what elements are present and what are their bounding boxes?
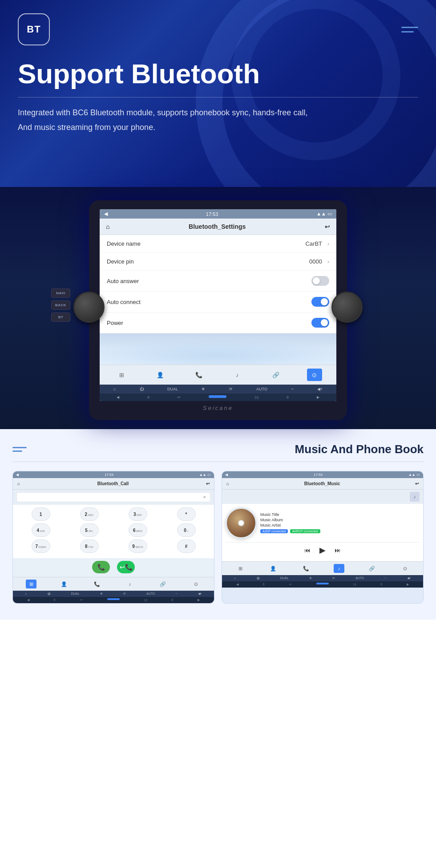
device-name-row[interactable]: Device name CarBT › <box>100 235 336 253</box>
home-icon[interactable]: ⌂ <box>106 223 109 230</box>
music-nav-phone[interactable]: 📞 <box>301 564 311 573</box>
page-title: Support Bluetooth <box>18 59 418 89</box>
device-pin-label: Device pin <box>107 258 134 265</box>
call-back-icon[interactable]: ◀ <box>16 473 19 477</box>
call-nav-grid[interactable]: ⊞ <box>26 580 36 588</box>
music-nav-camera[interactable]: ⊙ <box>400 564 410 573</box>
call-home-icon[interactable]: ⌂ <box>17 481 20 486</box>
key-8[interactable]: 8 TUV <box>80 539 99 553</box>
music-title-text: Music Title <box>260 512 420 517</box>
key-0[interactable]: 0 + <box>177 523 196 537</box>
music-time: 17:53 <box>314 473 323 477</box>
call-power[interactable]: ⏻ <box>48 592 51 596</box>
status-icons: ▲▲ ▭ <box>316 211 332 217</box>
call-search-box[interactable]: ✕ <box>16 492 210 502</box>
nav-phone-icon[interactable]: 📞 <box>191 369 206 381</box>
key-star[interactable]: * <box>177 507 196 521</box>
back-button[interactable]: BACK <box>51 300 70 310</box>
auto-answer-toggle[interactable] <box>311 276 329 286</box>
mic-icon[interactable]: ↩ <box>178 395 181 399</box>
music-nav-link[interactable]: 🔗 <box>367 564 377 573</box>
key-6[interactable]: 6 MNO <box>129 523 147 537</box>
call-header: ⌂ Bluetooth_Call ↩ <box>13 478 214 490</box>
call-nav-link[interactable]: 🔗 <box>157 580 168 588</box>
music-nav-person[interactable]: 👤 <box>268 564 279 573</box>
auto-answer-row: Auto answer <box>100 271 336 292</box>
music-power[interactable]: ⏻ <box>257 576 260 580</box>
call-button[interactable]: 📞 <box>92 561 110 573</box>
nav-link-icon[interactable]: 🔗 <box>268 369 283 381</box>
settings-header: ⌂ Bluetooth_Settings ↩ <box>100 219 336 235</box>
menu-button[interactable] <box>401 27 418 32</box>
call-title: Bluetooth_Call <box>97 481 129 486</box>
music-back-icon[interactable]: ◀ <box>225 473 228 477</box>
recycle-icon[interactable]: ⟳ <box>229 387 233 391</box>
volume-icon[interactable]: ◀+ <box>317 387 323 391</box>
right-knob[interactable] <box>331 292 363 323</box>
music-return-icon[interactable]: ↩ <box>415 481 419 486</box>
call-nav-person[interactable]: 👤 <box>59 580 69 588</box>
music-controls: ⏮ ▶ ⏭ <box>226 542 420 558</box>
redial-button[interactable]: ↩📞 <box>117 561 135 573</box>
fan-icon[interactable]: ~ <box>291 387 293 391</box>
call-nav-phone[interactable]: 📞 <box>92 580 102 588</box>
music-nav-music[interactable]: ♪ <box>334 564 344 573</box>
chevron-icon2: › <box>327 259 329 265</box>
call-nav-music[interactable]: ♪ <box>125 580 135 588</box>
music-artist-text: Music Artist <box>260 523 420 527</box>
next-button[interactable]: ⏭ <box>335 547 341 554</box>
key-5[interactable]: 5 JKL <box>80 523 99 537</box>
key-3[interactable]: 3 DEF <box>129 507 147 521</box>
key-7[interactable]: 7 PQRS <box>32 539 50 553</box>
nav-grid-icon[interactable]: ⊞ <box>114 369 129 381</box>
music-icon-area: ♪ <box>222 490 423 504</box>
key-1[interactable]: 1 <box>32 507 50 521</box>
prev-button[interactable]: ⏮ <box>304 547 311 554</box>
music-nav-grid[interactable]: ⊞ <box>235 564 246 573</box>
music-home-sys[interactable]: ⌂ <box>234 576 236 580</box>
nav-person-icon[interactable]: 👤 <box>153 369 168 381</box>
auto-connect-toggle[interactable] <box>311 297 329 307</box>
power-toggle[interactable] <box>311 318 329 328</box>
play-button[interactable]: ▶ <box>319 545 326 555</box>
call-nav-bar: ⊞ 👤 📞 ♪ 🔗 ⊙ <box>13 577 214 591</box>
forward-ctrl[interactable]: ▶ <box>317 395 319 399</box>
home-sys-icon[interactable]: ⌂ <box>113 387 116 391</box>
header-divider <box>18 97 418 97</box>
features-menu-icon[interactable] <box>12 447 27 452</box>
music-note-icon[interactable]: ♪ <box>410 492 420 502</box>
device-pin-row[interactable]: Device pin 0000 › <box>100 253 336 271</box>
key-hash[interactable]: # <box>177 539 196 553</box>
auto-connect-row: Auto connect <box>100 292 336 312</box>
clear-icon[interactable]: ✕ <box>203 495 206 499</box>
power-sys-icon[interactable]: ⏻ <box>140 387 144 391</box>
main-screen: ◀ 17:53 ▲▲ ▭ ⌂ Bluetooth_Settings ↩ Devi… <box>100 209 336 401</box>
music-ctrl-bar: ◀ 0 ↩ ▷| 0 ▶ <box>222 581 423 588</box>
navi-button[interactable]: NAVI <box>51 288 70 298</box>
car-background: NAVI BACK BT ◀ 17:53 ▲▲ ▭ ⌂ Bluetoot <box>0 187 436 429</box>
power-label: Power <box>107 320 123 326</box>
music-home-icon[interactable]: ⌂ <box>226 481 229 486</box>
return-icon[interactable]: ↩ <box>325 223 330 230</box>
left-knob[interactable] <box>73 292 105 323</box>
nav-camera-icon[interactable]: ⊙ <box>307 369 322 381</box>
call-nav-camera[interactable]: ⊙ <box>190 580 201 588</box>
snowflake-icon[interactable]: ❄ <box>202 387 205 391</box>
call-home-sys[interactable]: ⌂ <box>25 592 27 596</box>
bottom-controls: ◀ 0 ↩ ▷| 0 ▶ <box>100 393 336 401</box>
device-name-value: CarBT <box>305 240 322 247</box>
key-2[interactable]: 2 ABC <box>80 507 99 521</box>
call-ctrl-bar: ◀ 0 ↩ ▷| 0 ▶ <box>13 597 214 603</box>
key-9[interactable]: 9 WXYZ <box>129 539 147 553</box>
keypad: 1 2 ABC 3 DEF * 4 GHI 5 JKL 6 MNO 0 + 7 … <box>13 505 214 558</box>
bt-button[interactable]: BT <box>51 312 70 322</box>
temp-right-icon[interactable]: ▷| <box>255 395 258 399</box>
back-arrow-icon[interactable]: ◀ <box>104 211 108 217</box>
music-info-row: Music Title Music Album Music Artist A2D… <box>226 507 420 539</box>
nav-music-icon[interactable]: ♪ <box>230 369 245 381</box>
back-ctrl[interactable]: ◀ <box>117 395 119 399</box>
car-display-section: NAVI BACK BT ◀ 17:53 ▲▲ ▭ ⌂ Bluetoot <box>0 187 436 429</box>
call-return-icon[interactable]: ↩ <box>206 481 210 486</box>
music-album-text: Music Album <box>260 518 420 522</box>
key-4[interactable]: 4 GHI <box>32 523 50 537</box>
